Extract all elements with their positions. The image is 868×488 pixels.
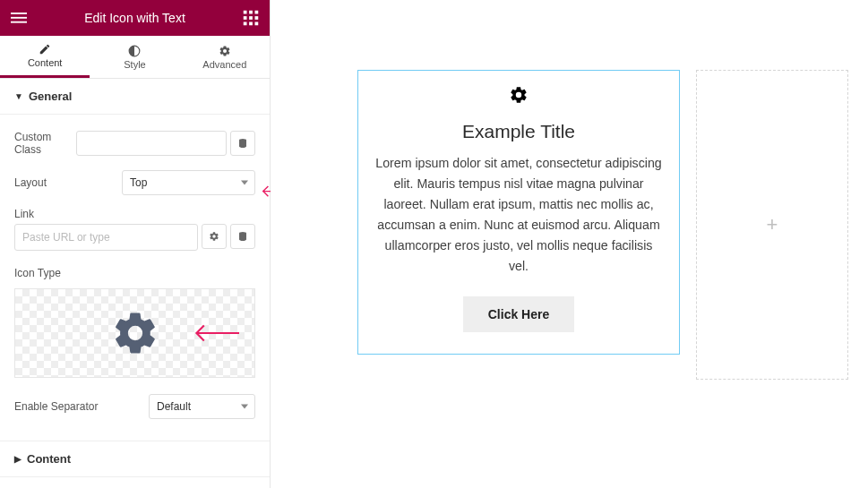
apps-icon[interactable] [243,10,259,26]
dynamic-tags-button[interactable] [230,131,255,156]
link-options-button[interactable] [202,224,227,249]
tab-label: Content [28,57,63,68]
hamburger-icon[interactable] [11,10,27,26]
gear-icon [209,231,219,242]
widget-gear-icon [374,85,663,108]
widget-title: Example Title [374,121,663,142]
widget-cta-button[interactable]: Click Here [463,296,574,332]
section-content-header[interactable]: ▶ Content [0,441,270,477]
database-icon [237,231,248,242]
svg-rect-4 [249,11,253,14]
contrast-icon [128,45,141,57]
editor-tabs: Content Style Advanced [0,36,270,79]
enable-separator-label: Enable Separator [14,400,149,413]
controls-panel: ▼ General Custom Class Layout Top [0,79,270,488]
custom-class-input[interactable] [76,131,227,156]
tab-label: Advanced [202,59,246,70]
layout-label: Layout [14,176,122,189]
editor-header: Edit Icon with Text [0,0,270,36]
custom-class-label: Custom Class [14,131,76,156]
svg-rect-1 [11,17,27,19]
svg-rect-0 [11,13,27,14]
gear-icon [110,308,160,358]
gear-icon [219,45,231,57]
layout-select[interactable]: Top [122,170,255,195]
svg-rect-9 [244,22,247,26]
header-title: Edit Icon with Text [27,11,243,25]
svg-rect-5 [255,11,259,14]
enable-separator-select[interactable]: Default [149,394,255,419]
svg-rect-2 [11,21,27,23]
canvas: Example Title Lorem ipsum dolor sit amet… [271,0,868,488]
svg-rect-6 [244,16,247,20]
pencil-icon [39,43,51,56]
tab-label: Style [124,59,145,70]
section-title: Content [27,452,71,466]
icon-type-label: Icon Type [14,261,255,283]
plus-icon: + [767,213,778,236]
tab-advanced[interactable]: Advanced [180,36,270,78]
svg-rect-7 [249,16,253,20]
svg-rect-3 [244,11,247,14]
link-dynamic-button[interactable] [230,224,255,249]
svg-rect-10 [249,22,253,26]
editor-sidebar: Edit Icon with Text Content Style Advanc… [0,0,271,488]
icon-type-preview[interactable] [14,288,255,378]
link-input[interactable] [14,224,198,251]
caret-down-icon: ▼ [14,91,23,101]
link-label: Link [14,202,255,224]
icon-text-widget[interactable]: Example Title Lorem ipsum dolor sit amet… [357,70,680,355]
section-title: General [29,90,72,103]
arrow-annotation-icon [189,308,239,358]
tab-content[interactable]: Content [0,36,90,78]
section-general-header[interactable]: ▼ General [0,79,270,115]
caret-right-icon: ▶ [14,454,21,464]
svg-rect-8 [255,16,259,20]
empty-section-dropzone[interactable]: + [696,70,848,380]
database-icon [237,138,248,149]
widget-body-text: Lorem ipsum dolor sit amet, consectetur … [374,153,663,277]
tab-style[interactable]: Style [90,36,179,78]
svg-rect-11 [255,22,259,26]
